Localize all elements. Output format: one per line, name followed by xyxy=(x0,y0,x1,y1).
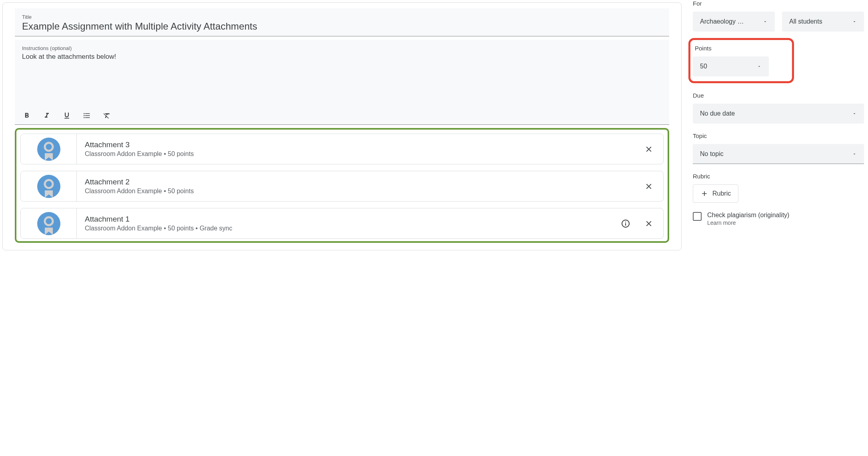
title-input[interactable] xyxy=(22,21,662,32)
chevron-down-icon xyxy=(757,64,762,69)
close-icon xyxy=(644,182,653,191)
plagiarism-checkbox[interactable] xyxy=(693,212,702,221)
attachment-card: Attachment 2 Classroom Addon Example • 5… xyxy=(20,171,664,202)
bullet-list-button[interactable] xyxy=(82,111,92,120)
for-label: For xyxy=(693,0,864,7)
underline-button[interactable] xyxy=(62,111,72,120)
svg-point-2 xyxy=(37,175,60,198)
due-date-value: No due date xyxy=(700,110,735,117)
class-selector-dropdown[interactable]: Archaeology … xyxy=(693,12,775,32)
chevron-down-icon xyxy=(763,19,768,24)
attachment-info-button[interactable] xyxy=(620,218,631,229)
svg-point-4 xyxy=(37,212,60,235)
topic-value: No topic xyxy=(700,150,724,158)
close-icon xyxy=(644,145,653,154)
attachment-thumbnail xyxy=(21,171,77,201)
title-label: Title xyxy=(22,14,662,20)
learn-more-link[interactable]: Learn more xyxy=(707,220,789,226)
instructions-field[interactable]: Instructions (optional) xyxy=(15,40,669,106)
remove-attachment-button[interactable] xyxy=(643,181,654,192)
attachment-title: Attachment 3 xyxy=(85,140,635,149)
clear-formatting-button[interactable] xyxy=(102,111,112,120)
remove-attachment-button[interactable] xyxy=(643,218,654,229)
topic-dropdown[interactable]: No topic xyxy=(693,144,864,164)
formatting-toolbar xyxy=(15,106,669,125)
assignment-settings-sidebar: For Archaeology … All students Points 50 xyxy=(684,0,868,253)
svg-point-0 xyxy=(37,138,60,161)
addon-icon xyxy=(37,174,61,198)
students-selector-value: All students xyxy=(789,18,822,25)
addon-icon xyxy=(37,137,61,161)
chevron-down-icon xyxy=(852,19,857,24)
attachment-meta: Classroom Addon Example • 50 points xyxy=(85,188,635,195)
add-rubric-button[interactable]: Rubric xyxy=(693,184,738,203)
chevron-down-icon xyxy=(852,152,857,156)
attachment-meta: Classroom Addon Example • 50 points • Gr… xyxy=(85,225,612,232)
topic-label: Topic xyxy=(693,132,864,139)
info-icon xyxy=(621,219,630,228)
italic-button[interactable] xyxy=(42,111,52,120)
assignment-editor-card: Title Instructions (optional) xyxy=(2,2,682,250)
attachment-card: Attachment 1 Classroom Addon Example • 5… xyxy=(20,208,664,239)
remove-attachment-button[interactable] xyxy=(643,144,654,155)
plus-icon xyxy=(700,190,708,198)
instructions-label: Instructions (optional) xyxy=(22,45,662,51)
due-date-dropdown[interactable]: No due date xyxy=(693,104,864,124)
instructions-input[interactable] xyxy=(22,53,662,101)
points-value: 50 xyxy=(700,63,707,70)
attachment-thumbnail xyxy=(21,208,77,238)
points-dropdown[interactable]: 50 xyxy=(693,56,769,76)
due-label: Due xyxy=(693,92,864,99)
rubric-label: Rubric xyxy=(693,173,864,180)
attachment-title: Attachment 1 xyxy=(85,215,612,224)
attachment-meta: Classroom Addon Example • 50 points xyxy=(85,150,635,158)
attachments-area: Attachment 3 Classroom Addon Example • 5… xyxy=(15,128,669,243)
addon-icon xyxy=(37,212,61,236)
bold-button[interactable] xyxy=(22,111,32,120)
attachment-title: Attachment 2 xyxy=(85,178,635,186)
points-highlight: Points 50 xyxy=(688,38,794,83)
attachment-card: Attachment 3 Classroom Addon Example • 5… xyxy=(20,134,664,164)
class-selector-value: Archaeology … xyxy=(700,18,744,25)
title-field[interactable]: Title xyxy=(15,8,669,36)
chevron-down-icon xyxy=(852,111,857,116)
attachment-thumbnail xyxy=(21,134,77,164)
rubric-button-label: Rubric xyxy=(712,190,731,197)
plagiarism-label: Check plagiarism (originality) xyxy=(707,212,789,219)
points-label: Points xyxy=(695,45,769,52)
students-selector-dropdown[interactable]: All students xyxy=(782,12,864,32)
close-icon xyxy=(644,219,653,228)
